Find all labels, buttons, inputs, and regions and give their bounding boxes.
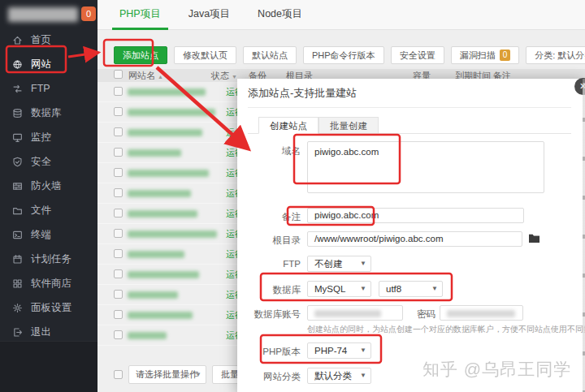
modal-title-divider <box>248 107 571 108</box>
site-name-redacted <box>128 170 209 177</box>
row-checkbox[interactable] <box>114 310 123 319</box>
site-category-label: 网站分类 <box>252 371 301 383</box>
sidebar-item-websites[interactable]: 网站 <box>0 52 98 76</box>
row-checkbox[interactable] <box>114 188 123 197</box>
remark-label: 备注 <box>252 211 301 223</box>
db-account-label: 数据库账号 <box>244 308 301 321</box>
site-name-redacted <box>128 149 181 157</box>
db-account-input[interactable] <box>307 305 403 321</box>
sidebar-item-label: 文件 <box>31 204 51 218</box>
ftp-select[interactable]: 不创建▼ <box>307 256 371 272</box>
select-all-checkbox[interactable] <box>114 70 123 79</box>
site-name-redacted <box>128 190 191 197</box>
sidebar-item-label: 网站 <box>31 58 51 71</box>
sidebar-item-ftp[interactable]: FTP <box>0 76 98 101</box>
root-dir-input[interactable]: /www/wwwroot/piwigo.abc.com <box>307 231 522 247</box>
row-checkbox[interactable] <box>114 209 123 218</box>
logout-icon <box>12 327 23 338</box>
sidebar-item-security[interactable]: 安全 <box>0 149 98 174</box>
sidebar-item-cron[interactable]: 计划任务 <box>0 247 98 271</box>
tab-node-project[interactable]: Node项目 <box>250 0 310 30</box>
col-status[interactable]: 状态▼ <box>211 70 237 82</box>
sidebar-item-label: 软件商店 <box>31 277 72 291</box>
default-site-button[interactable]: 默认站点 <box>243 46 297 64</box>
folder-picker-icon[interactable] <box>528 232 540 243</box>
caret-down-icon: ▼ <box>232 74 237 80</box>
footer-select-all-checkbox[interactable] <box>114 370 123 379</box>
sidebar-item-terminal[interactable]: 终端 <box>0 222 98 247</box>
app-grid-icon <box>12 278 23 289</box>
zhihu-watermark: 知乎 @乌昂王同学 <box>422 358 571 381</box>
sidebar-item-label: 监控 <box>31 131 51 144</box>
calendar-icon <box>12 254 23 265</box>
row-checkbox[interactable] <box>114 168 123 177</box>
home-icon <box>12 35 23 45</box>
site-name-redacted <box>128 109 215 116</box>
sidebar-item-panel-settings[interactable]: 面板设置 <box>0 295 98 320</box>
php-cli-version-button[interactable]: PHP命令行版本 <box>303 46 384 64</box>
tab-php-project[interactable]: PHP项目 <box>112 0 168 30</box>
row-checkbox[interactable] <box>114 330 123 339</box>
add-site-button[interactable]: 添加站点 <box>114 46 167 64</box>
site-category-select[interactable]: 默认分类▼ <box>307 368 371 384</box>
sidebar-item-monitor[interactable]: 监控 <box>0 125 98 149</box>
db-password-input[interactable] <box>440 305 523 321</box>
site-name-redacted <box>128 251 184 258</box>
database-charset-select[interactable]: utf8▼ <box>379 281 443 297</box>
ftp-select-value: 不创建 <box>314 259 343 269</box>
site-name-redacted <box>128 230 217 238</box>
tab-java-project[interactable]: Java项目 <box>181 0 237 30</box>
tab-create-site[interactable]: 创建站点 <box>258 117 318 134</box>
remark-input[interactable]: piwigo.abc.com <box>307 208 524 223</box>
caret-down-icon: ▼ <box>431 282 438 296</box>
add-site-modal: ✕ 添加站点-支持批量建站 创建站点 批量创建 域名 piwigo.abc.co… <box>237 79 585 392</box>
db-password-redacted <box>447 310 515 317</box>
ftp-label: FTP <box>252 259 301 269</box>
site-name-redacted <box>128 332 167 339</box>
site-name-redacted <box>128 312 193 319</box>
firewall-icon <box>12 181 23 192</box>
database-engine-value: MySQL <box>314 284 345 294</box>
row-checkbox[interactable] <box>114 249 123 258</box>
sidebar-item-home[interactable]: 首页 <box>0 28 98 52</box>
caret-down-icon: ▼ <box>360 343 366 358</box>
tab-batch-create[interactable]: 批量创建 <box>318 117 379 134</box>
vuln-scan-button[interactable]: 漏洞扫描0 <box>451 46 520 64</box>
sidebar-item-files[interactable]: 文件 <box>0 198 98 222</box>
category-filter-button[interactable]: 分类: 默认分类▼ <box>526 46 585 64</box>
sidebar-item-label: 安全 <box>31 155 51 169</box>
sidebar-item-label: 数据库 <box>31 106 62 120</box>
php-version-value: PHP-74 <box>314 346 347 355</box>
site-name-redacted <box>128 210 197 218</box>
database-label: 数据库 <box>252 284 301 296</box>
col-site-name[interactable]: 网站名▲ <box>128 70 163 82</box>
sidebar-item-database[interactable]: 数据库 <box>0 101 98 125</box>
row-checkbox[interactable] <box>114 269 123 278</box>
site-category-value: 默认分类 <box>314 371 352 381</box>
sidebar-item-label: 首页 <box>31 33 51 47</box>
globe-icon <box>12 59 23 70</box>
batch-action-select[interactable]: 请选择批量操作▼ <box>128 365 206 384</box>
row-checkbox[interactable] <box>114 148 123 157</box>
php-version-select[interactable]: PHP-74▼ <box>307 342 371 359</box>
vuln-count-badge: 0 <box>500 50 511 61</box>
db-helper-text: 创建站点的同时，为站点创建一个对应的数据库帐户，方便不同站点使用不同数据库。 <box>307 324 585 335</box>
sidebar-item-label: FTP <box>31 83 50 94</box>
sidebar-nav: 首页 网站 FTP 数据库 监控 安全 <box>0 28 98 344</box>
site-name-redacted <box>128 271 199 278</box>
sidebar-item-label: 计划任务 <box>31 252 72 266</box>
edit-default-page-button[interactable]: 修改默认页 <box>174 46 236 64</box>
row-checkbox[interactable] <box>114 107 123 116</box>
message-count-badge[interactable]: 0 <box>81 6 96 21</box>
row-checkbox[interactable] <box>114 87 123 96</box>
security-settings-button[interactable]: 安全设置 <box>391 46 444 64</box>
row-checkbox[interactable] <box>114 229 123 238</box>
row-checkbox[interactable] <box>114 290 123 299</box>
database-icon <box>12 108 23 118</box>
domain-label: 域名 <box>252 145 301 157</box>
sidebar-item-app-store[interactable]: 软件商店 <box>0 271 98 295</box>
database-engine-select[interactable]: MySQL▼ <box>307 281 371 297</box>
domain-input[interactable]: piwigo.abc.com <box>307 141 544 193</box>
sidebar-item-firewall[interactable]: 防火墙 <box>0 174 98 198</box>
row-checkbox[interactable] <box>114 127 123 136</box>
